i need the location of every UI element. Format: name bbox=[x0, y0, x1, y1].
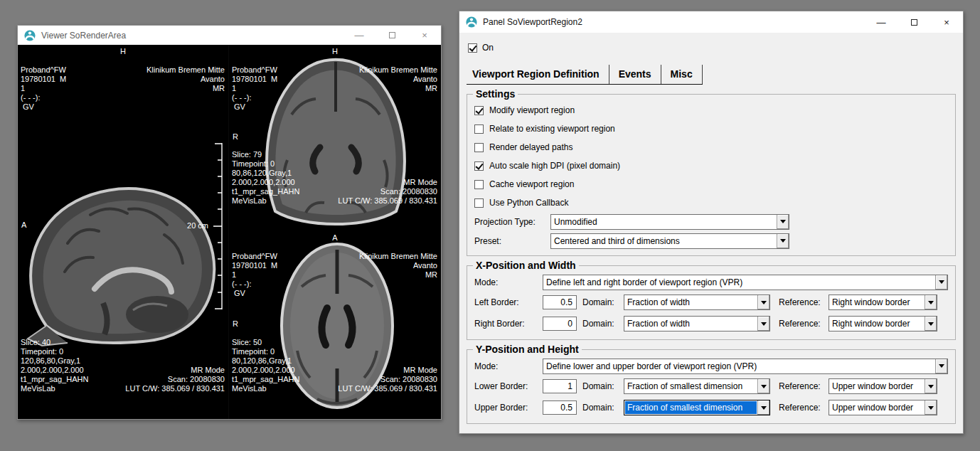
left-border-row: Left Border: Domain: Fraction of width R… bbox=[474, 292, 948, 313]
slice-info-overlay: Slice: 79Timepoint: 080,86,120,Gray,12.0… bbox=[232, 132, 299, 224]
right-border-reference-select[interactable]: Right window border bbox=[829, 316, 937, 331]
lower-border-reference-select[interactable]: Upper window border bbox=[829, 378, 937, 394]
upper-border-label: Upper Border: bbox=[474, 403, 543, 413]
left-border-input[interactable] bbox=[543, 295, 577, 309]
checkbox-label: Modify viewport region bbox=[489, 105, 575, 115]
on-checkbox[interactable] bbox=[468, 43, 477, 53]
panel-window: Panel SoViewportRegion2 — × On Viewport … bbox=[459, 11, 964, 434]
maximize-button[interactable] bbox=[898, 11, 930, 33]
preset-label: Preset: bbox=[474, 236, 550, 246]
upper-border-domain-select[interactable]: Fraction of smallest dimension bbox=[624, 400, 770, 415]
close-button[interactable]: × bbox=[408, 26, 441, 45]
checkbox-label: Use Python Callback bbox=[489, 198, 568, 208]
tab-misc[interactable]: Misc bbox=[661, 65, 703, 84]
axial-viewport[interactable]: Proband^FW19780101 M1(- - -): GV A Klini… bbox=[229, 231, 441, 419]
auto-scale-high-dpi-checkbox[interactable] bbox=[474, 161, 484, 171]
station-info-overlay: Klinikum Bremen MitteAvantoMR bbox=[359, 47, 437, 112]
left-border-reference-select[interactable]: Right window border bbox=[829, 295, 937, 310]
domain-label: Domain: bbox=[582, 403, 624, 413]
projection-type-label: Projection Type: bbox=[474, 217, 550, 227]
chevron-down-icon bbox=[780, 220, 786, 223]
orientation-marker-left: A bbox=[21, 221, 26, 230]
on-checkbox-row[interactable]: On bbox=[468, 41, 956, 54]
minimize-button[interactable]: — bbox=[343, 26, 376, 45]
relate-existing-viewport-row[interactable]: Relate to existing viewport region bbox=[474, 120, 948, 138]
render-delayed-paths-row[interactable]: Render delayed paths bbox=[474, 138, 948, 156]
checkbox-label: Auto scale high DPI (pixel domain) bbox=[489, 161, 620, 171]
dropdown-button[interactable] bbox=[935, 275, 947, 290]
use-python-callback-row[interactable]: Use Python Callback bbox=[474, 193, 948, 212]
right-border-input[interactable] bbox=[543, 317, 577, 331]
chevron-down-icon bbox=[761, 301, 767, 304]
render-delayed-paths-checkbox[interactable] bbox=[474, 143, 484, 152]
cache-viewport-region-checkbox[interactable] bbox=[474, 180, 484, 189]
dropdown-button[interactable] bbox=[777, 234, 789, 248]
render-area: 20 cm Proband^FW19780101 M1(- - -): GV H… bbox=[18, 45, 441, 419]
panel-titlebar[interactable]: Panel SoViewportRegion2 — × bbox=[459, 11, 963, 33]
relate-existing-viewport-checkbox[interactable] bbox=[474, 124, 484, 134]
modify-viewport-region-checkbox[interactable] bbox=[474, 106, 484, 115]
y-position-group-title: Y-Position and Height bbox=[473, 344, 582, 355]
coronal-viewport[interactable]: Proband^FW19780101 M1(- - -): GV H Klini… bbox=[229, 45, 441, 231]
upper-border-input[interactable] bbox=[543, 400, 577, 415]
on-checkbox-label: On bbox=[482, 43, 494, 53]
checkbox-label: Render delayed paths bbox=[489, 142, 572, 152]
use-python-callback-checkbox[interactable] bbox=[474, 198, 484, 208]
patient-info-overlay: Proband^FW19780101 M1(- - -): GV bbox=[232, 47, 277, 130]
chevron-down-icon bbox=[928, 322, 934, 326]
slice-info-overlay: Slice: 50Timepoint: 080,120,86,Gray,12.0… bbox=[232, 319, 299, 412]
chevron-down-icon bbox=[780, 239, 786, 243]
slice-info-overlay: Slice: 40Timepoint: 0120,86,80,Gray,12.0… bbox=[21, 319, 88, 412]
checkbox-label: Relate to existing viewport region bbox=[489, 124, 615, 134]
tab-bar: Viewport Region Definition Events Misc bbox=[467, 65, 703, 85]
projection-type-select[interactable]: Unmodified bbox=[550, 214, 789, 230]
chevron-down-icon bbox=[761, 322, 767, 326]
dropdown-button[interactable] bbox=[757, 400, 769, 415]
modify-viewport-region-row[interactable]: Modify viewport region bbox=[474, 101, 948, 120]
orientation-marker-top: H bbox=[120, 47, 126, 56]
chevron-down-icon bbox=[939, 280, 944, 284]
dropdown-button[interactable] bbox=[777, 215, 789, 229]
settings-group: Settings Modify viewport region Relate t… bbox=[467, 88, 956, 256]
checkbox-label: Cache viewport region bbox=[489, 179, 574, 189]
dropdown-button[interactable] bbox=[935, 359, 947, 373]
patient-info-overlay: Proband^FW19780101 M1(- - -): GV bbox=[21, 47, 66, 130]
tab-viewport-region-definition[interactable]: Viewport Region Definition bbox=[467, 65, 609, 84]
panel-window-title: Panel SoViewportRegion2 bbox=[483, 17, 582, 27]
chevron-down-icon bbox=[761, 385, 767, 388]
ruler-scale-label: 20 cm bbox=[187, 221, 208, 230]
maximize-button[interactable] bbox=[376, 26, 408, 45]
minimize-button[interactable]: — bbox=[865, 11, 898, 33]
station-info-overlay: Klinikum Bremen MitteAvantoMR bbox=[147, 47, 225, 112]
upper-border-row: Upper Border: Domain: Fraction of smalle… bbox=[474, 397, 948, 418]
tab-events[interactable]: Events bbox=[609, 65, 661, 84]
maximize-icon bbox=[389, 32, 395, 38]
left-border-domain-select[interactable]: Fraction of width bbox=[624, 295, 770, 310]
dropdown-button[interactable] bbox=[925, 317, 937, 331]
preset-select[interactable]: Centered and third of dimensions bbox=[550, 233, 789, 249]
dropdown-button[interactable] bbox=[757, 317, 769, 331]
dropdown-button[interactable] bbox=[757, 379, 769, 393]
scale-ruler bbox=[211, 143, 223, 309]
lower-border-input[interactable] bbox=[543, 379, 577, 393]
close-button[interactable]: × bbox=[930, 11, 963, 33]
dropdown-button[interactable] bbox=[757, 295, 769, 309]
y-mode-select[interactable]: Define lower and upper border of viewpor… bbox=[543, 359, 948, 374]
chevron-down-icon bbox=[761, 406, 767, 410]
y-position-group: Y-Position and Height Mode: Define lower… bbox=[467, 344, 956, 424]
sagittal-viewport[interactable]: 20 cm Proband^FW19780101 M1(- - -): GV H… bbox=[18, 45, 229, 419]
mevislab-icon bbox=[466, 16, 477, 28]
right-border-domain-select[interactable]: Fraction of width bbox=[624, 316, 770, 331]
lower-border-domain-select[interactable]: Fraction of smallest dimension bbox=[624, 378, 770, 394]
cache-viewport-region-row[interactable]: Cache viewport region bbox=[474, 175, 948, 193]
x-mode-select[interactable]: Define left and right border of viewport… bbox=[543, 275, 948, 290]
dropdown-button[interactable] bbox=[925, 400, 937, 415]
orientation-marker-top: H bbox=[332, 47, 338, 56]
scan-info-overlay: MR ModeScan: 20080830LUT C/W: 385.069 / … bbox=[125, 347, 225, 412]
dropdown-button[interactable] bbox=[925, 295, 937, 309]
domain-label: Domain: bbox=[582, 381, 624, 391]
auto-scale-high-dpi-row[interactable]: Auto scale high DPI (pixel domain) bbox=[474, 156, 948, 175]
dropdown-button[interactable] bbox=[925, 379, 937, 393]
upper-border-reference-select[interactable]: Upper window border bbox=[829, 400, 937, 415]
viewer-titlebar[interactable]: Viewer SoRenderArea — × bbox=[18, 26, 441, 45]
